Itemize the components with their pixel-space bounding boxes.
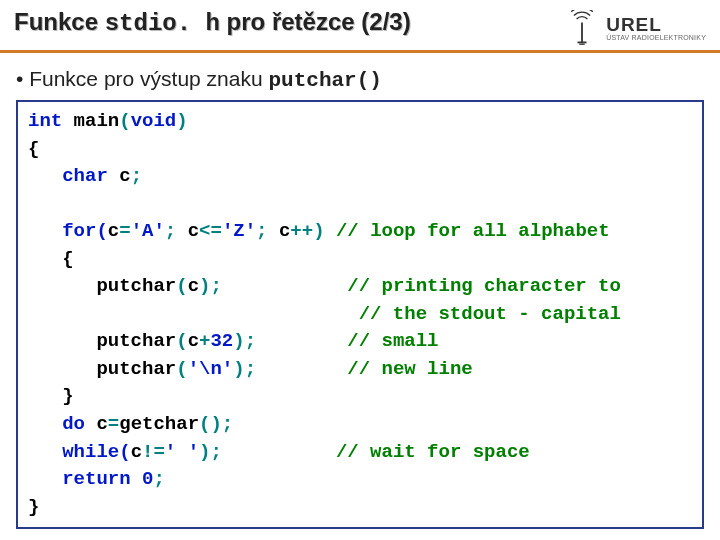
semi: ; — [165, 220, 188, 242]
comment: // printing character to — [347, 275, 621, 297]
bullet-dot: • — [16, 67, 29, 90]
v: c — [96, 413, 107, 435]
op: = — [119, 220, 130, 242]
lit: 'A' — [131, 220, 165, 242]
logo-text: UREL ÚSTAV RADIOELEKTRONIKY — [606, 15, 706, 41]
kw-return: return — [28, 468, 131, 490]
op: <= — [199, 220, 222, 242]
fn-getchar: getchar — [119, 413, 199, 435]
p: (); — [199, 413, 233, 435]
semi: ; — [153, 468, 164, 490]
comment: // the stdout - capital — [359, 303, 621, 325]
v: c — [131, 441, 142, 463]
comment: // wait for space — [336, 441, 530, 463]
example-label: Příklad: KPC1E_Ex33.c — [0, 535, 720, 540]
brace: { — [28, 138, 39, 160]
p: ); — [199, 441, 336, 463]
op: ++) — [290, 220, 336, 242]
fn-putchar: putchar — [28, 358, 176, 380]
fn-main: main — [62, 110, 119, 132]
kw-int: int — [28, 110, 62, 132]
p: ( — [176, 275, 187, 297]
kw-for: for( — [28, 220, 108, 242]
semi: ; — [256, 220, 279, 242]
fn-putchar: putchar — [28, 275, 176, 297]
op: + — [199, 330, 210, 352]
code-box: int main(void) { char c; for(c='A'; c<='… — [16, 100, 704, 529]
var-c: c — [108, 165, 131, 187]
title-suffix: pro řetězce (2/3) — [220, 8, 411, 35]
slide-header: Funkce stdio. h pro řetězce (2/3) UREL Ú… — [0, 0, 720, 53]
lit: '\n' — [188, 358, 234, 380]
p: ); — [233, 330, 347, 352]
p: ( — [176, 330, 187, 352]
kw-do: do — [28, 413, 96, 435]
brace: { — [28, 248, 74, 270]
v: c — [188, 220, 199, 242]
p: ) — [176, 110, 187, 132]
kw-void: void — [131, 110, 177, 132]
slide-title: Funkce stdio. h pro řetězce (2/3) — [14, 8, 411, 37]
antenna-icon — [564, 10, 600, 46]
sp — [28, 303, 359, 325]
v: c — [108, 220, 119, 242]
logo-main: UREL — [606, 15, 706, 34]
logo-sub: ÚSTAV RADIOELEKTRONIKY — [606, 34, 706, 41]
p: ( — [176, 358, 187, 380]
title-prefix: Funkce — [14, 8, 105, 35]
bullet-text: Funkce pro výstup znaku — [29, 67, 268, 90]
op: != — [142, 441, 165, 463]
num: 0 — [131, 468, 154, 490]
kw-while: while( — [28, 441, 131, 463]
logo: UREL ÚSTAV RADIOELEKTRONIKY — [564, 10, 706, 46]
comment: // loop for all alphabet — [336, 220, 610, 242]
v: c — [188, 275, 199, 297]
semi: ; — [131, 165, 142, 187]
fn-putchar: putchar — [28, 330, 176, 352]
comment: // new line — [347, 358, 472, 380]
lit: 'Z' — [222, 220, 256, 242]
comment: // small — [347, 330, 438, 352]
num: 32 — [210, 330, 233, 352]
p: ( — [119, 110, 130, 132]
brace: } — [28, 385, 74, 407]
bullet-mono: putchar() — [268, 69, 381, 92]
brace: } — [28, 496, 39, 518]
lit: ' ' — [165, 441, 199, 463]
kw-char: char — [28, 165, 108, 187]
v: c — [279, 220, 290, 242]
op: = — [108, 413, 119, 435]
p: ); — [233, 358, 347, 380]
content-area: • Funkce pro výstup znaku putchar() int … — [0, 53, 720, 535]
bullet-line: • Funkce pro výstup znaku putchar() — [16, 67, 704, 92]
title-mono: stdio. h — [105, 10, 220, 37]
p: ); — [199, 275, 347, 297]
v: c — [188, 330, 199, 352]
